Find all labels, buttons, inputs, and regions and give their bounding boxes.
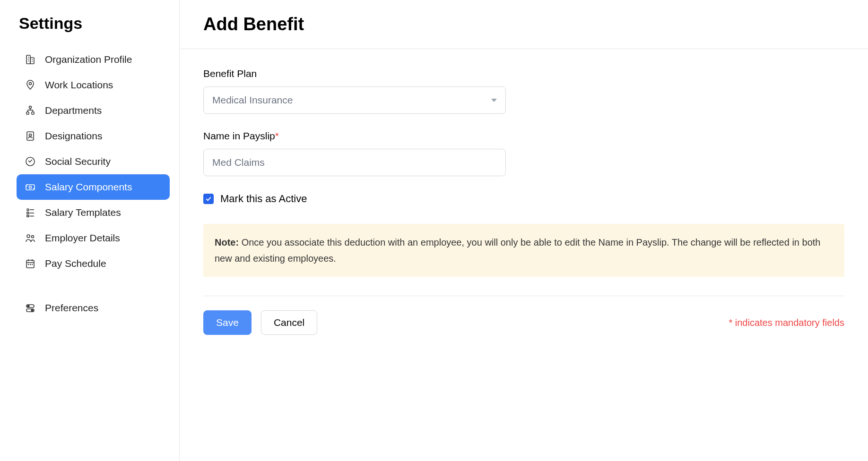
calendar-icon xyxy=(24,257,36,270)
check-icon xyxy=(205,195,212,203)
form-footer: Save Cancel * indicates mandatory fields xyxy=(203,310,844,335)
users-icon xyxy=(24,232,36,244)
org-chart-icon xyxy=(24,104,36,117)
sidebar-item-departments[interactable]: Departments xyxy=(17,98,170,123)
svg-rect-0 xyxy=(26,55,30,64)
benefit-plan-value: Medical Insurance xyxy=(212,94,293,106)
toggles-icon xyxy=(24,302,36,314)
svg-point-7 xyxy=(29,83,32,85)
sidebar-item-social-security[interactable]: Social Security xyxy=(17,149,170,174)
sidebar-item-label: Designations xyxy=(45,130,102,142)
sidebar-item-label: Preferences xyxy=(45,302,98,314)
svg-rect-9 xyxy=(26,112,29,114)
sidebar-title: Settings xyxy=(17,14,170,33)
note-box: Note: Once you associate this deduction … xyxy=(203,224,844,277)
sidebar-item-pay-schedule[interactable]: Pay Schedule xyxy=(17,251,170,276)
note-text: Once you associate this deduction with a… xyxy=(215,237,820,264)
sidebar-item-salary-components[interactable]: Salary Components xyxy=(17,174,170,200)
sidebar-item-label: Salary Templates xyxy=(45,207,121,218)
svg-point-38 xyxy=(27,305,29,307)
badge-icon xyxy=(24,130,36,142)
benefit-plan-label: Benefit Plan xyxy=(203,68,844,79)
svg-rect-24 xyxy=(27,212,29,214)
location-icon xyxy=(24,79,36,91)
money-icon xyxy=(24,181,36,193)
benefit-plan-group: Benefit Plan Medical Insurance xyxy=(203,68,844,114)
svg-point-40 xyxy=(31,309,33,311)
svg-point-35 xyxy=(30,265,31,265)
mandatory-fields-note: * indicates mandatory fields xyxy=(729,317,844,328)
name-payslip-group: Name in Payslip* xyxy=(203,130,844,176)
svg-rect-26 xyxy=(27,215,29,217)
svg-point-8 xyxy=(29,106,32,109)
sidebar-item-label: Organization Profile xyxy=(45,54,132,65)
svg-point-28 xyxy=(27,235,30,238)
svg-rect-10 xyxy=(32,112,34,114)
svg-rect-18 xyxy=(26,185,35,190)
name-payslip-label: Name in Payslip* xyxy=(203,130,844,142)
sidebar-list: Organization Profile Work Locations Depa… xyxy=(17,47,170,321)
sidebar-item-label: Work Locations xyxy=(45,79,113,91)
svg-rect-1 xyxy=(30,58,34,64)
sidebar-item-label: Social Security xyxy=(45,156,111,167)
sidebar-item-label: Pay Schedule xyxy=(45,258,106,269)
name-payslip-input[interactable] xyxy=(203,149,506,176)
sidebar-item-label: Departments xyxy=(45,105,102,116)
template-icon xyxy=(24,206,36,219)
sidebar-item-label: Salary Components xyxy=(45,181,132,193)
sidebar-item-designations[interactable]: Designations xyxy=(17,123,170,149)
save-button[interactable]: Save xyxy=(203,310,252,335)
sidebar-item-salary-templates[interactable]: Salary Templates xyxy=(17,200,170,225)
svg-point-29 xyxy=(32,236,34,238)
page-title: Add Benefit xyxy=(203,14,844,34)
sidebar-item-organization-profile[interactable]: Organization Profile xyxy=(17,47,170,72)
svg-point-19 xyxy=(29,186,32,188)
active-checkbox-row[interactable]: Mark this as Active xyxy=(203,193,844,205)
sidebar-item-employer-details[interactable]: Employer Details xyxy=(17,225,170,251)
main-content: Add Benefit Benefit Plan Medical Insuran… xyxy=(180,0,868,461)
benefit-plan-select[interactable]: Medical Insurance xyxy=(203,86,506,114)
svg-point-34 xyxy=(28,265,29,265)
cancel-button[interactable]: Cancel xyxy=(261,310,317,335)
svg-point-22 xyxy=(27,209,29,211)
gavel-icon xyxy=(24,155,36,168)
form-body: Benefit Plan Medical Insurance Name in P… xyxy=(180,49,868,354)
button-group: Save Cancel xyxy=(203,310,317,335)
sidebar-item-preferences[interactable]: Preferences xyxy=(17,295,170,321)
sidebar-spacer xyxy=(17,276,170,295)
note-prefix: Note: xyxy=(215,237,239,248)
chevron-down-icon xyxy=(491,99,497,102)
sidebar-item-work-locations[interactable]: Work Locations xyxy=(17,72,170,98)
svg-point-36 xyxy=(32,265,33,265)
required-star-icon: * xyxy=(275,130,279,141)
benefit-plan-select-box[interactable]: Medical Insurance xyxy=(203,86,506,114)
active-checkbox-label: Mark this as Active xyxy=(220,193,307,205)
building-icon xyxy=(24,53,36,66)
settings-sidebar: Settings Organization Profile Work Locat… xyxy=(0,0,180,461)
sidebar-item-label: Employer Details xyxy=(45,232,120,244)
main-header: Add Benefit xyxy=(180,0,868,49)
active-checkbox[interactable] xyxy=(203,194,214,204)
divider xyxy=(203,296,844,296)
svg-point-16 xyxy=(29,134,32,137)
